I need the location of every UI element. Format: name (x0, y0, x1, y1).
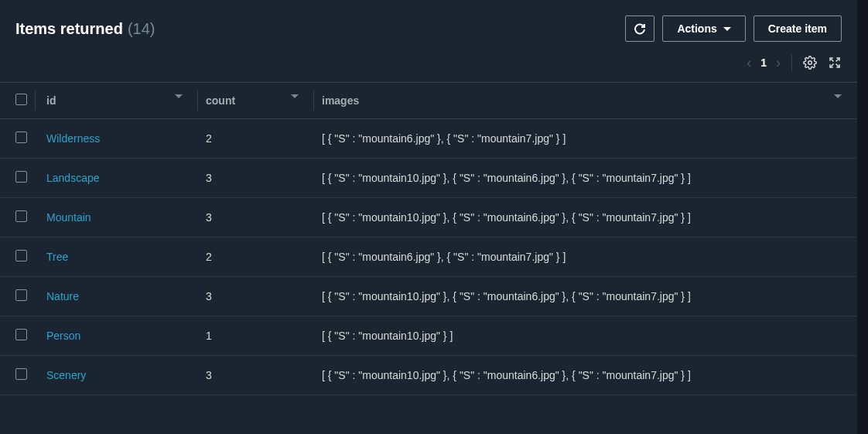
svg-point-0 (808, 61, 812, 65)
table-header-row: id count images (0, 83, 857, 119)
cell-id: Nature (36, 277, 198, 316)
cell-images: [ { "S" : "mountain6.jpg" }, { "S" : "mo… (314, 238, 857, 277)
column-header-count[interactable]: count (198, 83, 314, 119)
cell-id: Landscape (36, 159, 198, 198)
cell-count: 1 (198, 316, 314, 356)
row-checkbox[interactable] (15, 329, 27, 340)
cell-count: 2 (198, 119, 314, 159)
cell-count: 3 (198, 277, 314, 316)
count-value: 3 (206, 172, 212, 184)
title-wrap: Items returned (14) (15, 20, 155, 38)
count-value: 3 (206, 290, 212, 302)
cell-id: Mountain (36, 198, 198, 238)
row-checkbox-cell (0, 119, 36, 159)
settings-button[interactable] (803, 56, 817, 70)
column-label-count: count (206, 94, 235, 107)
table-row: Landscape3[ { "S" : "mountain10.jpg" }, … (0, 159, 857, 198)
images-value: [ { "S" : "mountain10.jpg" }, { "S" : "m… (322, 172, 691, 184)
cell-count: 2 (198, 238, 314, 277)
count-value: 3 (206, 211, 212, 224)
create-item-button[interactable]: Create item (754, 15, 842, 42)
header-buttons: Actions Create item (625, 15, 842, 42)
table-row: Person1[ { "S" : "mountain10.jpg" } ] (0, 316, 857, 356)
header-checkbox-cell (0, 83, 36, 119)
row-checkbox-cell (0, 238, 36, 277)
actions-label: Actions (677, 22, 716, 35)
table-row: Scenery3[ { "S" : "mountain10.jpg" }, { … (0, 356, 857, 395)
row-checkbox[interactable] (15, 132, 27, 143)
create-item-label: Create item (768, 22, 827, 35)
table-row: Nature3[ { "S" : "mountain10.jpg" }, { "… (0, 277, 857, 316)
cell-count: 3 (198, 159, 314, 198)
row-checkbox[interactable] (15, 289, 27, 301)
cell-images: [ { "S" : "mountain10.jpg" } ] (314, 316, 857, 356)
count-value: 1 (206, 330, 212, 342)
cell-count: 3 (198, 198, 314, 238)
images-value: [ { "S" : "mountain10.jpg" }, { "S" : "m… (322, 211, 691, 224)
row-checkbox-cell (0, 159, 36, 198)
page-number: 1 (760, 56, 767, 69)
row-checkbox[interactable] (15, 210, 27, 222)
count-value: 3 (206, 369, 212, 381)
row-checkbox[interactable] (15, 171, 27, 183)
expand-icon (828, 56, 842, 70)
cell-id: Person (36, 316, 198, 356)
cell-images: [ { "S" : "mountain10.jpg" }, { "S" : "m… (314, 198, 857, 238)
row-checkbox-cell (0, 316, 36, 356)
actions-button[interactable]: Actions (662, 15, 745, 42)
column-header-images[interactable]: images (314, 83, 857, 119)
cell-images: [ { "S" : "mountain6.jpg" }, { "S" : "mo… (314, 119, 857, 159)
images-value: [ { "S" : "mountain10.jpg" }, { "S" : "m… (322, 290, 691, 302)
row-checkbox-cell (0, 198, 36, 238)
count-value: 2 (206, 132, 212, 145)
item-count: (14) (128, 20, 155, 38)
row-checkbox-cell (0, 356, 36, 395)
column-header-id[interactable]: id (36, 83, 198, 119)
table-row: Tree2[ { "S" : "mountain6.jpg" }, { "S" … (0, 238, 857, 277)
pager: ‹ 1 › (747, 56, 781, 70)
id-link[interactable]: Tree (46, 251, 68, 263)
fullscreen-button[interactable] (828, 56, 842, 70)
column-label-images: images (322, 94, 359, 107)
refresh-button[interactable] (625, 15, 654, 42)
cell-id: Wilderness (36, 119, 198, 159)
images-value: [ { "S" : "mountain10.jpg" } ] (322, 330, 453, 342)
cell-images: [ { "S" : "mountain10.jpg" }, { "S" : "m… (314, 277, 857, 316)
row-checkbox[interactable] (15, 250, 27, 261)
items-table: id count images Wilderness2[ { "S" : "mo… (0, 82, 857, 395)
items-panel: Items returned (14) Actions Create item … (0, 0, 857, 434)
next-page-button[interactable]: › (776, 56, 781, 70)
row-checkbox[interactable] (15, 368, 27, 380)
cell-id: Scenery (36, 356, 198, 395)
gear-icon (803, 56, 817, 70)
cell-count: 3 (198, 356, 314, 395)
id-link[interactable]: Person (46, 330, 80, 342)
panel-header: Items returned (14) Actions Create item (0, 0, 857, 50)
prev-page-button[interactable]: ‹ (747, 56, 751, 70)
cell-id: Tree (36, 238, 198, 277)
images-value: [ { "S" : "mountain6.jpg" }, { "S" : "mo… (322, 251, 566, 263)
id-link[interactable]: Scenery (46, 369, 86, 381)
page-title: Items returned (15, 20, 123, 38)
refresh-icon (634, 22, 646, 35)
id-link[interactable]: Mountain (46, 211, 91, 224)
sort-caret-icon (175, 94, 183, 98)
id-link[interactable]: Wilderness (46, 132, 100, 145)
pagination-toolbar: ‹ 1 › (0, 50, 857, 82)
vertical-scrollbar[interactable] (857, 0, 868, 434)
id-link[interactable]: Nature (46, 290, 79, 302)
cell-images: [ { "S" : "mountain10.jpg" }, { "S" : "m… (314, 356, 857, 395)
images-value: [ { "S" : "mountain6.jpg" }, { "S" : "mo… (322, 132, 566, 145)
sort-caret-icon (291, 94, 299, 98)
images-value: [ { "S" : "mountain10.jpg" }, { "S" : "m… (322, 369, 691, 381)
select-all-checkbox[interactable] (15, 94, 27, 105)
toolbar-divider (791, 54, 792, 71)
table-row: Wilderness2[ { "S" : "mountain6.jpg" }, … (0, 119, 857, 159)
id-link[interactable]: Landscape (46, 172, 100, 184)
cell-images: [ { "S" : "mountain10.jpg" }, { "S" : "m… (314, 159, 857, 198)
caret-down-icon (723, 27, 731, 31)
count-value: 2 (206, 251, 212, 263)
table-row: Mountain3[ { "S" : "mountain10.jpg" }, {… (0, 198, 857, 238)
column-label-id: id (46, 94, 56, 107)
row-checkbox-cell (0, 277, 36, 316)
